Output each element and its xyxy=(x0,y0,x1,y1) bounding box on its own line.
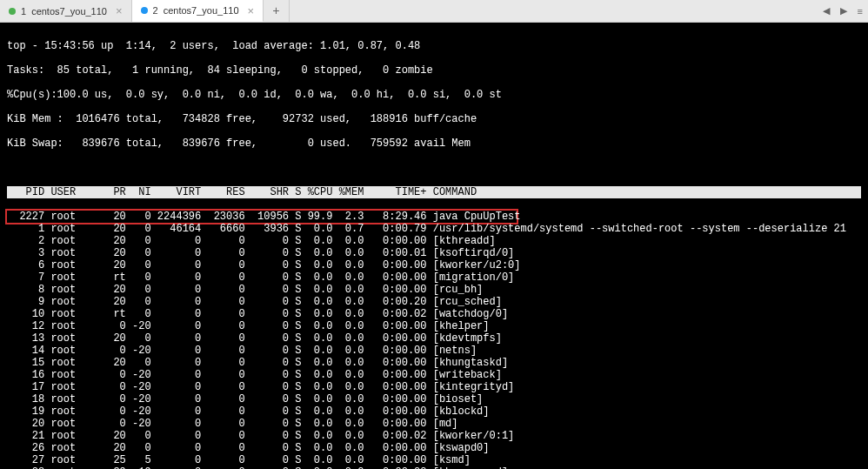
tab-bar: 1 centos7_you_110 × 2 centos7_you_110 × … xyxy=(0,0,868,23)
close-icon[interactable]: × xyxy=(116,4,123,17)
summary-line: KiB Mem : 1016476 total, 734828 free, 92… xyxy=(7,113,861,125)
nav-right-icon[interactable]: ▶ xyxy=(838,3,849,18)
add-tab-button[interactable]: + xyxy=(264,0,289,22)
process-row: 2 root 20 0 0 0 0 S 0.0 0.0 0:00.00 [kth… xyxy=(7,235,861,247)
nav-left-icon[interactable]: ◀ xyxy=(821,3,831,18)
tab-label: centos7_you_110 xyxy=(164,5,239,16)
process-row: 10 root rt 0 0 0 0 S 0.0 0.0 0:00.02 [wa… xyxy=(7,308,861,320)
blank-line xyxy=(7,162,861,174)
process-row: 9 root 20 0 0 0 0 S 0.0 0.0 0:00.20 [rcu… xyxy=(7,296,861,308)
summary-line: KiB Swap: 839676 total, 839676 free, 0 u… xyxy=(7,137,861,150)
tab-label: centos7_you_110 xyxy=(31,6,107,17)
process-row: 21 root 20 0 0 0 0 S 0.0 0.0 0:00.02 [kw… xyxy=(7,430,861,442)
tab-2[interactable]: 2 centos7_you_110 × xyxy=(132,0,264,22)
close-icon[interactable]: × xyxy=(248,4,255,17)
tab-number: 2 xyxy=(153,5,158,16)
terminal-output[interactable]: top - 15:43:56 up 1:14, 2 users, load av… xyxy=(0,23,868,469)
process-row: 17 root 0 -20 0 0 0 S 0.0 0.0 0:00.00 [k… xyxy=(7,381,861,393)
process-row: 6 root 20 0 0 0 0 S 0.0 0.0 0:00.00 [kwo… xyxy=(7,259,861,271)
nav-menu-icon[interactable]: ≡ xyxy=(856,4,865,18)
process-row: 3 root 20 0 0 0 0 S 0.0 0.0 0:00.01 [kso… xyxy=(7,247,861,259)
status-dot-icon xyxy=(141,7,148,14)
summary-line: top - 15:43:56 up 1:14, 2 users, load av… xyxy=(7,40,861,52)
process-row: 12 root 0 -20 0 0 0 S 0.0 0.0 0:00.00 [k… xyxy=(7,320,861,332)
process-row: 16 root 0 -20 0 0 0 S 0.0 0.0 0:00.00 [w… xyxy=(7,369,861,381)
process-row: 19 root 0 -20 0 0 0 S 0.0 0.0 0:00.00 [k… xyxy=(7,405,861,418)
tab-1[interactable]: 1 centos7_you_110 × xyxy=(0,0,132,22)
summary-line: Tasks: 85 total, 1 running, 84 sleeping,… xyxy=(7,64,861,77)
column-headers: PID USER PR NI VIRT RES SHR S %CPU %MEM … xyxy=(7,186,861,198)
status-dot-icon xyxy=(9,8,16,15)
tab-number: 1 xyxy=(21,6,26,17)
process-row: 20 root 0 -20 0 0 0 S 0.0 0.0 0:00.00 [m… xyxy=(7,418,861,430)
process-row: 15 root 20 0 0 0 0 S 0.0 0.0 0:00.00 [kh… xyxy=(7,357,861,369)
process-row: 2227 root 20 0 2244396 23036 10956 S 99.… xyxy=(7,211,521,223)
process-row: 26 root 20 0 0 0 0 S 0.0 0.0 0:00.00 [ks… xyxy=(7,442,861,454)
process-row: 7 root rt 0 0 0 0 S 0.0 0.0 0:00.00 [mig… xyxy=(7,271,861,284)
process-row: 8 root 20 0 0 0 0 S 0.0 0.0 0:00.00 [rcu… xyxy=(7,284,861,296)
process-row: 13 root 20 0 0 0 0 S 0.0 0.0 0:00.00 [kd… xyxy=(7,332,861,345)
process-row: 18 root 0 -20 0 0 0 S 0.0 0.0 0:00.00 [b… xyxy=(7,393,861,405)
process-row: 1 root 20 0 46164 6660 3936 S 0.0 0.7 0:… xyxy=(7,223,861,235)
summary-line: %Cpu(s):100.0 us, 0.0 sy, 0.0 ni, 0.0 id… xyxy=(7,89,861,101)
process-list: 1 root 20 0 46164 6660 3936 S 0.0 0.7 0:… xyxy=(7,223,861,469)
tab-nav: ◀ ▶ ≡ xyxy=(821,0,865,22)
process-row: 14 root 0 -20 0 0 0 S 0.0 0.0 0:00.00 [n… xyxy=(7,345,861,357)
process-row: 27 root 25 5 0 0 0 S 0.0 0.0 0:00.00 [ks… xyxy=(7,454,861,466)
